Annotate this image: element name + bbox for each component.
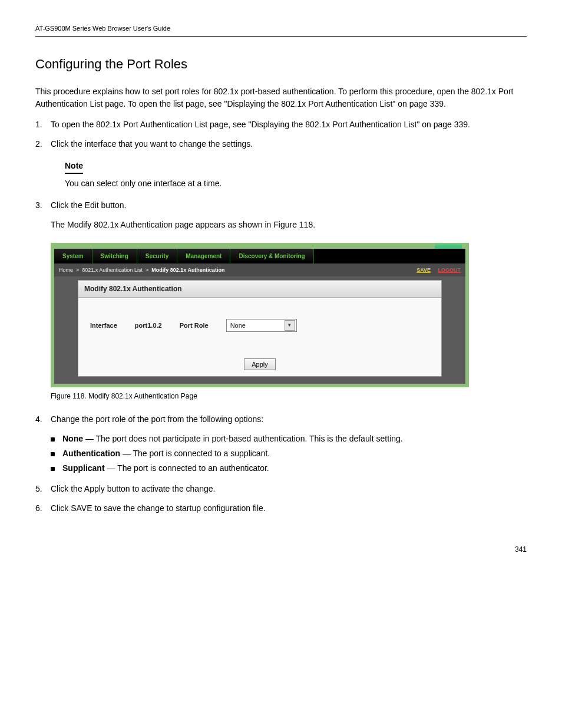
- step-3-after: The Modify 802.1x Authentication page ap…: [35, 219, 527, 231]
- nav-tabs: System Switching Security Management Dis…: [54, 249, 465, 264]
- breadcrumb-l1[interactable]: 8021.x Authentication List: [82, 267, 143, 273]
- breadcrumb: Home > 8021.x Authentication List > Modi…: [59, 266, 224, 275]
- breadcrumb-current: Modify 802.1x Authentication: [151, 267, 224, 273]
- modify-auth-panel: Modify 802.1x Authentication Interface p…: [78, 280, 442, 377]
- step-3: 3. Click the Edit button.: [35, 199, 527, 212]
- tab-management[interactable]: Management: [177, 249, 230, 263]
- intro-paragraph: This procedure explains how to set port …: [35, 85, 527, 110]
- step-2: 2. Click the interface that you want to …: [35, 138, 527, 150]
- interface-label: Interface: [90, 321, 117, 331]
- chevron-down-icon: ▾: [285, 320, 295, 331]
- panel-title: Modify 802.1x Authentication: [78, 281, 441, 298]
- bullet-none: None — The port does not participate in …: [51, 433, 527, 445]
- page-header: AT-GS900M Series Web Browser User's Guid…: [35, 24, 527, 37]
- figure-caption: Figure 118. Modify 802.1x Authentication…: [51, 391, 527, 401]
- tab-switching[interactable]: Switching: [92, 249, 137, 263]
- tab-discovery[interactable]: Discovery & Monitoring: [230, 249, 313, 263]
- save-link[interactable]: SAVE: [416, 267, 431, 273]
- port-role-label: Port Role: [180, 321, 209, 331]
- header-left: AT-GS900M Series Web Browser User's Guid…: [35, 24, 170, 34]
- page-number: 341: [35, 544, 527, 555]
- interface-value: port1.0.2: [135, 321, 162, 331]
- apply-button[interactable]: Apply: [244, 358, 276, 370]
- section-title: Configuring the Port Roles: [35, 54, 527, 74]
- port-role-select[interactable]: None ▾: [226, 319, 297, 332]
- breadcrumb-home[interactable]: Home: [59, 267, 73, 273]
- logout-link[interactable]: LOGOUT: [438, 267, 461, 273]
- breadcrumb-bar: Home > 8021.x Authentication List > Modi…: [54, 264, 465, 277]
- bullet-authentication: Authentication — The port is connected t…: [51, 447, 527, 460]
- step-6: 6. Click SAVE to save the change to star…: [35, 502, 527, 515]
- note-label: Note: [65, 160, 83, 174]
- step-4: 4. Change the port role of the port from…: [35, 413, 527, 426]
- port-role-value: None: [230, 321, 246, 331]
- figure-screenshot: System Switching Security Management Dis…: [51, 243, 527, 388]
- note-body: You can select only one interface at a t…: [65, 177, 527, 190]
- step-5: 5. Click the Apply button to activate th…: [35, 483, 527, 495]
- note-block: Note You can select only one interface a…: [65, 160, 527, 190]
- step-1: 1. To open the 802.1x Port Authenticatio…: [35, 118, 527, 131]
- tab-security[interactable]: Security: [137, 249, 177, 263]
- bullet-supplicant: Supplicant — The port is connected to an…: [51, 462, 527, 475]
- tab-system[interactable]: System: [54, 249, 92, 263]
